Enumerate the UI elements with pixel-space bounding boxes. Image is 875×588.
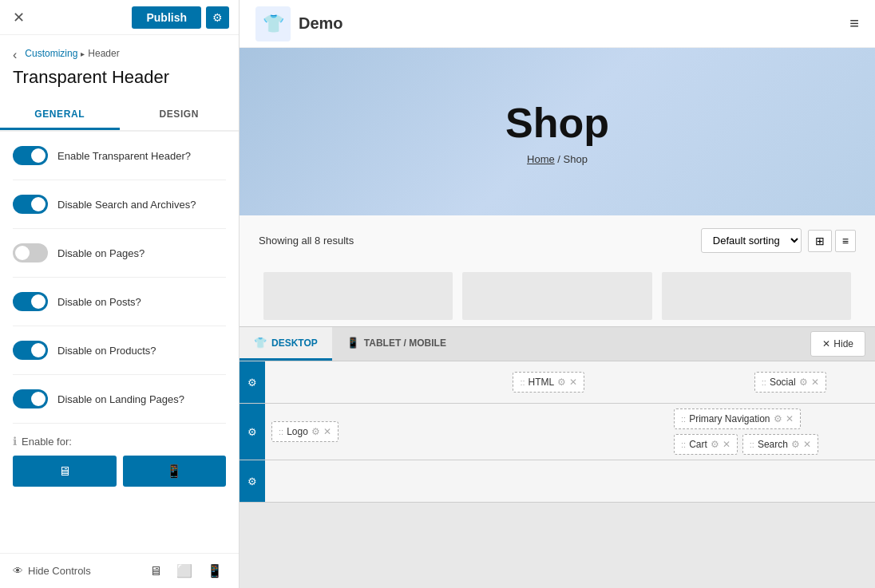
primary-nav-element: :: Primary Navigation ⚙ ✕ [674,408,801,429]
close-button[interactable]: ✕ [10,6,28,30]
hero-breadcrumb-sep: / [557,153,563,165]
publish-area: Publish ⚙ [132,6,229,29]
hero-breadcrumb-home[interactable]: Home [527,153,555,165]
setting-disable-pages: Disable on Pages? [13,229,226,278]
hide-builder-button[interactable]: ✕ Hide [810,331,865,357]
toggle-enable-transparent[interactable] [13,146,48,165]
social-remove-icon[interactable]: ✕ [811,377,819,388]
logo-element: :: Logo ⚙ ✕ [271,421,339,442]
cart-drag-icon: :: [681,440,686,449]
desktop-device-button[interactable]: 🖥 [13,456,117,487]
social-label: Social [770,377,796,388]
label-disable-search: Disable Search and Archives? [57,199,196,211]
shop-controls: Showing all 8 results Default sorting ⊞ … [240,215,875,266]
toggle-disable-search[interactable] [13,195,48,214]
hero-title: Shop [505,99,609,147]
builder-tab-desktop[interactable]: 👕 DESKTOP [240,327,332,361]
row2-gear-button[interactable]: ⚙ [240,404,265,460]
toggle-disable-products[interactable] [13,341,48,360]
hide-x-icon: ✕ [822,338,830,349]
search-remove-icon[interactable]: ✕ [803,439,811,450]
results-text: Showing all 8 results [259,235,354,247]
tab-design[interactable]: DESIGN [120,101,240,130]
logo-icon: 👕 [255,6,291,41]
hide-controls-label: Hide Controls [28,565,91,577]
desktop-preview-button[interactable]: 🖥 [146,562,165,580]
cart-remove-icon[interactable]: ✕ [723,439,730,450]
social-gear-icon[interactable]: ⚙ [799,377,808,388]
enable-for-title: ℹ Enable for: [13,435,226,448]
desktop-tab-icon: 👕 [254,337,267,349]
setting-disable-search: Disable Search and Archives? [13,180,226,229]
label-disable-landing: Disable on Landing Pages? [57,393,184,405]
left-panel: ✕ Publish ⚙ ‹ Customizing ▸ Header Trans… [0,0,240,588]
toggle-disable-landing[interactable] [13,389,48,408]
product-card [462,272,651,320]
mobile-device-button[interactable]: 📱 [123,456,227,487]
info-icon: ℹ [13,435,17,448]
sort-select[interactable]: Default sorting [701,228,802,253]
label-enable-transparent: Enable Transparent Header? [57,150,191,162]
html-gear-icon[interactable]: ⚙ [557,377,566,388]
sort-area: Default sorting ⊞ ≡ [701,228,856,253]
top-bar: ✕ Publish ⚙ [0,0,239,35]
tablet-tab-label: TABLET / MOBILE [364,337,446,349]
list-view-button[interactable]: ≡ [835,230,856,252]
breadcrumb: Customizing ▸ Header [25,48,119,59]
grid-view-button[interactable]: ⊞ [808,230,832,252]
product-card [263,272,453,320]
demo-logo: 👕 Demo [255,6,343,41]
settings-gear-button[interactable]: ⚙ [206,6,229,29]
eye-icon: 👁 [13,565,23,577]
toggle-disable-pages[interactable] [13,243,48,262]
breadcrumb-customizing[interactable]: Customizing [25,48,77,59]
row1-gear-button[interactable]: ⚙ [240,361,265,403]
toggle-disable-posts[interactable] [13,292,48,311]
breadcrumb-section: Header [88,48,119,59]
hamburger-button[interactable]: ≡ [849,14,859,33]
builder-row-3: ⚙ [240,460,875,503]
builder-tabs: 👕 DESKTOP 📱 TABLET / MOBILE ✕ Hide [240,327,875,361]
tabs-row: GENERAL DESIGN [0,101,239,132]
label-disable-products: Disable on Products? [57,345,156,357]
product-card [662,272,851,320]
row3-content [265,476,875,486]
social-element: :: Social ⚙ ✕ [754,372,826,393]
tab-general[interactable]: GENERAL [0,101,120,130]
row2-left: :: Logo ⚙ ✕ [265,416,473,447]
logo-gear-icon[interactable]: ⚙ [311,426,320,437]
view-buttons: ⊞ ≡ [808,230,856,252]
row3-gear-button[interactable]: ⚙ [240,460,265,502]
products-preview [240,266,875,326]
primary-nav-remove-icon[interactable]: ✕ [786,413,794,424]
demo-logo-text: Demo [299,14,343,33]
search-element: :: Search ⚙ ✕ [742,434,818,455]
cart-gear-icon[interactable]: ⚙ [711,439,719,450]
setting-disable-posts: Disable on Posts? [13,278,226,326]
primary-nav-gear-icon[interactable]: ⚙ [774,413,782,424]
hide-controls-button[interactable]: 👁 Hide Controls [13,565,91,577]
social-drag-icon: :: [762,377,766,387]
header-builder: 👕 DESKTOP 📱 TABLET / MOBILE ✕ Hide ⚙ [240,326,875,588]
html-drag-icon: :: [520,377,525,387]
label-disable-posts: Disable on Posts? [57,296,141,308]
back-button[interactable]: ‹ [13,46,22,64]
hero-area: Shop Home / Shop [240,48,875,215]
tablet-preview-button[interactable]: ⬜ [173,562,196,580]
setting-disable-landing: Disable on Landing Pages? [13,375,226,424]
builder-tab-tablet[interactable]: 📱 TABLET / MOBILE [332,327,461,361]
publish-button[interactable]: Publish [132,6,201,29]
desktop-tab-label: DESKTOP [271,337,318,349]
page-title: Transparent Header [13,67,226,88]
right-preview: 👕 Demo ≡ Shop Home / Shop Showing all 8 … [240,0,875,588]
row1-right: :: Social ⚙ ✕ [748,367,875,397]
hero-breadcrumb: Home / Shop [527,153,588,165]
logo-remove-icon[interactable]: ✕ [323,426,331,437]
html-remove-icon[interactable]: ✕ [569,377,577,388]
primary-nav-drag-icon: :: [681,414,686,424]
search-label: Search [758,439,788,450]
search-gear-icon[interactable]: ⚙ [791,439,800,450]
cart-label: Cart [689,439,707,450]
mobile-preview-button[interactable]: 📱 [204,562,226,580]
builder-row-1: ⚙ :: HTML ⚙ ✕ :: Social ⚙ ✕ [240,361,875,404]
